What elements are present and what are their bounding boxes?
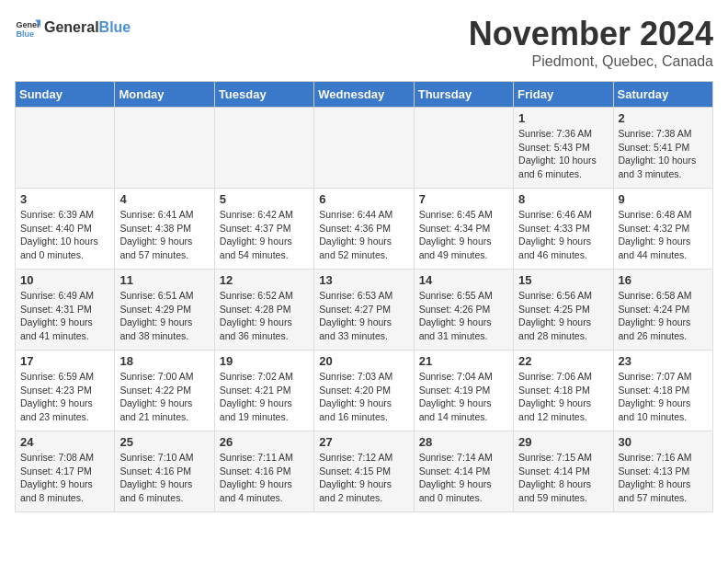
day-info: Sunrise: 6:56 AM Sunset: 4:25 PM Dayligh… <box>518 289 608 343</box>
col-header-wednesday: Wednesday <box>314 82 414 108</box>
day-number: 29 <box>518 435 608 449</box>
day-cell: 16Sunrise: 6:58 AM Sunset: 4:24 PM Dayli… <box>613 270 712 350</box>
day-info: Sunrise: 7:16 AM Sunset: 4:13 PM Dayligh… <box>619 451 708 505</box>
day-cell: 11Sunrise: 6:51 AM Sunset: 4:29 PM Dayli… <box>115 270 214 350</box>
day-cell: 24Sunrise: 7:08 AM Sunset: 4:17 PM Dayli… <box>16 431 115 512</box>
title-area: November 2024 Piedmont, Quebec, Canada <box>469 15 713 70</box>
day-info: Sunrise: 6:59 AM Sunset: 4:23 PM Dayligh… <box>20 370 109 424</box>
day-number: 25 <box>119 435 209 449</box>
day-info: Sunrise: 6:55 AM Sunset: 4:26 PM Dayligh… <box>419 289 508 343</box>
day-number: 11 <box>119 273 209 287</box>
month-title: November 2024 <box>469 15 713 53</box>
day-info: Sunrise: 6:53 AM Sunset: 4:27 PM Dayligh… <box>319 289 408 343</box>
col-header-monday: Monday <box>115 82 214 108</box>
day-number: 20 <box>319 354 408 368</box>
day-cell: 29Sunrise: 7:15 AM Sunset: 4:14 PM Dayli… <box>514 431 613 512</box>
svg-text:Blue: Blue <box>16 29 34 39</box>
day-cell: 10Sunrise: 6:49 AM Sunset: 4:31 PM Dayli… <box>16 270 115 350</box>
day-info: Sunrise: 7:36 AM Sunset: 5:43 PM Dayligh… <box>518 127 608 181</box>
day-number: 18 <box>119 354 209 368</box>
day-info: Sunrise: 6:48 AM Sunset: 4:32 PM Dayligh… <box>619 208 708 262</box>
logo: General Blue GeneralBlue <box>15 15 131 40</box>
day-cell: 3Sunrise: 6:39 AM Sunset: 4:40 PM Daylig… <box>16 189 115 270</box>
day-info: Sunrise: 7:03 AM Sunset: 4:20 PM Dayligh… <box>319 370 408 424</box>
day-cell: 5Sunrise: 6:42 AM Sunset: 4:37 PM Daylig… <box>214 189 313 270</box>
day-info: Sunrise: 7:14 AM Sunset: 4:14 PM Dayligh… <box>419 451 508 505</box>
day-number: 17 <box>20 354 109 368</box>
day-cell <box>115 108 214 189</box>
day-cell: 25Sunrise: 7:10 AM Sunset: 4:16 PM Dayli… <box>115 431 214 512</box>
day-number: 27 <box>319 435 408 449</box>
day-cell: 22Sunrise: 7:06 AM Sunset: 4:18 PM Dayli… <box>514 350 613 431</box>
day-info: Sunrise: 6:51 AM Sunset: 4:29 PM Dayligh… <box>119 289 209 343</box>
day-cell: 6Sunrise: 6:44 AM Sunset: 4:36 PM Daylig… <box>314 189 414 270</box>
week-row-1: 1Sunrise: 7:36 AM Sunset: 5:43 PM Daylig… <box>16 108 713 189</box>
day-cell: 30Sunrise: 7:16 AM Sunset: 4:13 PM Dayli… <box>613 431 712 512</box>
calendar-header-row: SundayMondayTuesdayWednesdayThursdayFrid… <box>16 82 713 108</box>
day-info: Sunrise: 7:06 AM Sunset: 4:18 PM Dayligh… <box>518 370 608 424</box>
col-header-saturday: Saturday <box>613 82 712 108</box>
week-row-2: 3Sunrise: 6:39 AM Sunset: 4:40 PM Daylig… <box>16 189 713 270</box>
day-cell: 8Sunrise: 6:46 AM Sunset: 4:33 PM Daylig… <box>514 189 613 270</box>
day-number: 7 <box>419 192 508 206</box>
location-title: Piedmont, Quebec, Canada <box>469 53 713 70</box>
week-row-5: 24Sunrise: 7:08 AM Sunset: 4:17 PM Dayli… <box>16 431 713 512</box>
day-info: Sunrise: 6:41 AM Sunset: 4:38 PM Dayligh… <box>119 208 209 262</box>
day-cell: 21Sunrise: 7:04 AM Sunset: 4:19 PM Dayli… <box>414 350 513 431</box>
col-header-tuesday: Tuesday <box>214 82 313 108</box>
col-header-friday: Friday <box>514 82 613 108</box>
day-number: 4 <box>119 192 209 206</box>
day-cell: 17Sunrise: 6:59 AM Sunset: 4:23 PM Dayli… <box>16 350 115 431</box>
day-info: Sunrise: 6:39 AM Sunset: 4:40 PM Dayligh… <box>20 208 109 262</box>
day-number: 19 <box>220 354 309 368</box>
day-info: Sunrise: 6:58 AM Sunset: 4:24 PM Dayligh… <box>619 289 708 343</box>
day-cell: 14Sunrise: 6:55 AM Sunset: 4:26 PM Dayli… <box>414 270 513 350</box>
day-number: 1 <box>518 111 608 125</box>
day-cell: 7Sunrise: 6:45 AM Sunset: 4:34 PM Daylig… <box>414 189 513 270</box>
day-number: 3 <box>20 192 109 206</box>
day-cell: 18Sunrise: 7:00 AM Sunset: 4:22 PM Dayli… <box>115 350 214 431</box>
day-cell <box>414 108 513 189</box>
day-number: 21 <box>419 354 508 368</box>
day-cell <box>314 108 414 189</box>
day-info: Sunrise: 7:11 AM Sunset: 4:16 PM Dayligh… <box>220 451 309 505</box>
day-cell: 20Sunrise: 7:03 AM Sunset: 4:20 PM Dayli… <box>314 350 414 431</box>
day-info: Sunrise: 6:46 AM Sunset: 4:33 PM Dayligh… <box>518 208 608 262</box>
day-number: 10 <box>20 273 109 287</box>
day-cell: 2Sunrise: 7:38 AM Sunset: 5:41 PM Daylig… <box>613 108 712 189</box>
logo-blue: Blue <box>99 19 131 35</box>
day-info: Sunrise: 7:15 AM Sunset: 4:14 PM Dayligh… <box>518 451 608 505</box>
day-cell: 27Sunrise: 7:12 AM Sunset: 4:15 PM Dayli… <box>314 431 414 512</box>
week-row-3: 10Sunrise: 6:49 AM Sunset: 4:31 PM Dayli… <box>16 270 713 350</box>
day-cell: 23Sunrise: 7:07 AM Sunset: 4:18 PM Dayli… <box>613 350 712 431</box>
day-cell: 15Sunrise: 6:56 AM Sunset: 4:25 PM Dayli… <box>514 270 613 350</box>
day-number: 8 <box>518 192 608 206</box>
day-info: Sunrise: 6:45 AM Sunset: 4:34 PM Dayligh… <box>419 208 508 262</box>
day-cell: 1Sunrise: 7:36 AM Sunset: 5:43 PM Daylig… <box>514 108 613 189</box>
logo-general: General <box>44 19 99 35</box>
col-header-sunday: Sunday <box>16 82 115 108</box>
day-number: 6 <box>319 192 408 206</box>
day-cell <box>214 108 313 189</box>
day-cell: 19Sunrise: 7:02 AM Sunset: 4:21 PM Dayli… <box>214 350 313 431</box>
day-info: Sunrise: 7:12 AM Sunset: 4:15 PM Dayligh… <box>319 451 408 505</box>
day-number: 16 <box>619 273 708 287</box>
day-cell: 13Sunrise: 6:53 AM Sunset: 4:27 PM Dayli… <box>314 270 414 350</box>
logo-icon: General Blue <box>15 15 40 40</box>
day-info: Sunrise: 7:00 AM Sunset: 4:22 PM Dayligh… <box>119 370 209 424</box>
day-cell: 9Sunrise: 6:48 AM Sunset: 4:32 PM Daylig… <box>613 189 712 270</box>
week-row-4: 17Sunrise: 6:59 AM Sunset: 4:23 PM Dayli… <box>16 350 713 431</box>
day-number: 24 <box>20 435 109 449</box>
day-number: 14 <box>419 273 508 287</box>
day-info: Sunrise: 7:08 AM Sunset: 4:17 PM Dayligh… <box>20 451 109 505</box>
day-info: Sunrise: 7:07 AM Sunset: 4:18 PM Dayligh… <box>619 370 708 424</box>
day-info: Sunrise: 6:52 AM Sunset: 4:28 PM Dayligh… <box>220 289 309 343</box>
day-cell <box>16 108 115 189</box>
day-info: Sunrise: 7:02 AM Sunset: 4:21 PM Dayligh… <box>220 370 309 424</box>
day-info: Sunrise: 6:44 AM Sunset: 4:36 PM Dayligh… <box>319 208 408 262</box>
day-number: 30 <box>619 435 708 449</box>
day-number: 28 <box>419 435 508 449</box>
day-info: Sunrise: 7:10 AM Sunset: 4:16 PM Dayligh… <box>119 451 209 505</box>
day-number: 26 <box>220 435 309 449</box>
day-cell: 12Sunrise: 6:52 AM Sunset: 4:28 PM Dayli… <box>214 270 313 350</box>
